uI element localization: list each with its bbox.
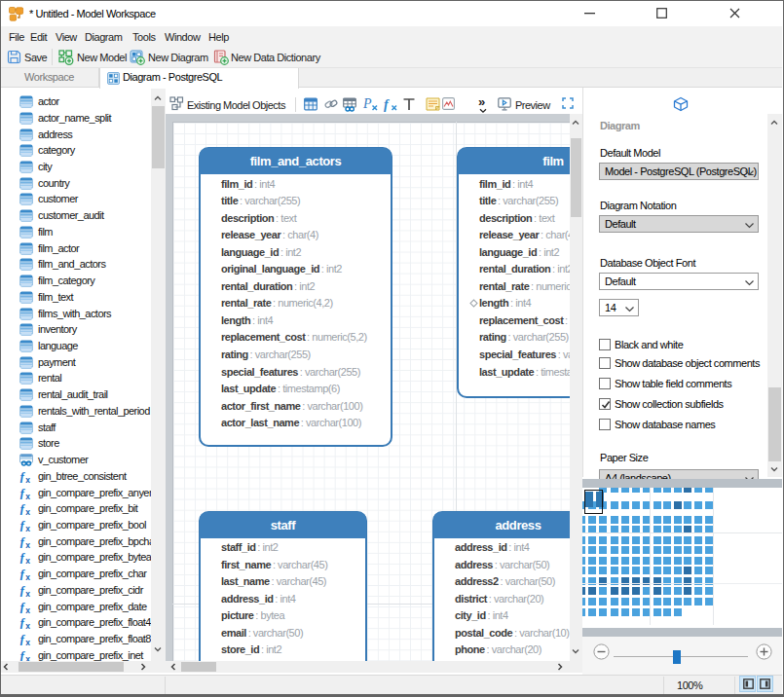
svg-text:x: x — [25, 605, 30, 612]
svg-text:x: x — [25, 654, 30, 661]
svg-text:x: x — [25, 524, 30, 532]
svg-text:x: x — [25, 507, 30, 515]
svg-text:x: x — [25, 539, 30, 547]
svg-text:P: P — [362, 96, 372, 111]
svg-text:x: x — [25, 589, 30, 597]
svg-text:f: f — [384, 97, 390, 112]
svg-text:x: x — [25, 621, 30, 629]
svg-text:x: x — [25, 572, 30, 580]
svg-text:x: x — [25, 556, 30, 564]
svg-text:x: x — [25, 638, 30, 645]
svg-text:x: x — [25, 475, 30, 483]
svg-text:x: x — [25, 491, 30, 498]
